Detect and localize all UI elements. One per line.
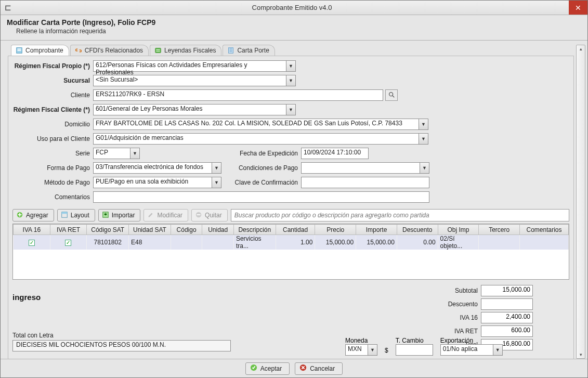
- col-codigo-sat[interactable]: Código SAT: [87, 225, 129, 235]
- chevron-down-icon: ▼: [419, 119, 428, 129]
- chevron-down-icon: ▼: [130, 148, 139, 159]
- forma-pago-combo[interactable]: 03/Transferencia electrónica de fondos▼: [93, 162, 221, 174]
- label-uso-cliente: Uso para el Cliente: [12, 135, 93, 142]
- cell-codigo: [171, 235, 202, 250]
- clave-conf-field[interactable]: [301, 177, 429, 188]
- label-cond-pago: Condiciones de Pago: [221, 164, 301, 172]
- search-cliente-button[interactable]: [385, 89, 398, 101]
- close-button[interactable]: ✕: [569, 1, 587, 15]
- checkbox-icon: ✓: [65, 240, 71, 246]
- col-descripcion[interactable]: Descripción: [233, 225, 276, 235]
- regimen-cliente-combo[interactable]: 601/General de Ley Personas Morales▼: [93, 104, 296, 115]
- domicilio-combo[interactable]: FRAY BARTOLOME DE LAS CASAS No. 202 Col.…: [93, 119, 428, 130]
- cell-comentarios: [520, 235, 569, 250]
- aceptar-button[interactable]: Aceptar: [245, 362, 290, 375]
- col-codigo[interactable]: Código: [171, 225, 202, 235]
- label-subtotal: Subtotal: [237, 287, 481, 294]
- col-iva16[interactable]: IVA 16: [14, 225, 50, 235]
- form-area: Régimen Fiscal Propio (*) 612/Personas F…: [8, 56, 573, 207]
- form-icon: [16, 47, 23, 54]
- tab-cfdis-relacionados[interactable]: CFDI's Relacionados: [70, 45, 149, 56]
- tabstrip: Comprobante CFDI's Relacionados Leyendas…: [8, 45, 574, 56]
- regimen-propio-combo[interactable]: 612/Personas Físicas con Actividades Emp…: [93, 60, 296, 72]
- chevron-down-icon: ▼: [286, 105, 295, 115]
- label-fecha-exp: Fecha de Expedición: [140, 150, 301, 157]
- button-label: Aceptar: [260, 365, 282, 372]
- tab-carta-porte[interactable]: Carta Porte: [223, 45, 275, 56]
- descuento-field: [481, 298, 533, 310]
- edit-icon: [147, 211, 154, 220]
- cliente-field[interactable]: ERS211207RK9 - ERSN: [93, 89, 383, 101]
- cell-ivaret[interactable]: ✓: [50, 235, 87, 250]
- comentarios-field[interactable]: [93, 191, 429, 203]
- ingreso-label: ingreso: [12, 293, 232, 302]
- import-icon: [102, 211, 109, 220]
- label-clave-conf: Clave de Confirmación: [221, 179, 301, 186]
- page-header: Modificar Carta Porte (Ingreso), Folio F…: [1, 15, 587, 41]
- tcambio-field[interactable]: [396, 344, 433, 356]
- col-importe[interactable]: Importe: [356, 225, 397, 235]
- tab-comprobante[interactable]: Comprobante: [11, 45, 69, 56]
- table-row[interactable]: ✓ ✓ 78101802 E48 Servicios tra... 1.00 1…: [14, 235, 569, 250]
- button-label: Layout: [71, 212, 89, 219]
- button-label: Importar: [112, 212, 135, 219]
- sucursal-combo[interactable]: <Sin Sucursal>▼: [93, 75, 296, 86]
- layout-button[interactable]: Layout: [57, 209, 95, 221]
- importar-button[interactable]: Importar: [98, 209, 141, 221]
- combo-value: G01/Adquisición de mercancias: [96, 134, 184, 141]
- cond-pago-combo[interactable]: ▼: [301, 162, 429, 174]
- col-obj-imp[interactable]: Obj Imp: [438, 225, 479, 235]
- label-iva16: IVA 16: [237, 314, 481, 321]
- vertical-scrollbar[interactable]: [576, 45, 585, 359]
- metodo-pago-combo[interactable]: PUE/Pago en una sola exhibición▼: [93, 177, 221, 188]
- product-search-input[interactable]: [231, 209, 569, 221]
- subtotal-field: 15,000.00: [481, 285, 533, 296]
- system-icon: ⊏: [1, 3, 15, 12]
- col-unidad[interactable]: Unidad: [202, 225, 234, 235]
- fecha-exp-field[interactable]: 10/09/2024 17:10:00: [301, 148, 369, 159]
- cancelar-button[interactable]: Cancelar: [295, 362, 343, 375]
- grid-toolbar: Agregar Layout Importar Modificar: [8, 207, 573, 224]
- col-comentarios[interactable]: Comentarios: [520, 225, 569, 235]
- app-window: ⊏ Comprobante Emitido v4.0 ✕ Modificar C…: [0, 0, 588, 378]
- svg-rect-14: [18, 214, 22, 215]
- modificar-button[interactable]: Modificar: [143, 209, 188, 221]
- col-ivaret[interactable]: IVA RET: [50, 225, 87, 235]
- cell-descripcion: Servicios tra...: [233, 235, 276, 250]
- combo-value: 03/Transferencia electrónica de fondos: [96, 163, 203, 171]
- currency-symbol: $: [385, 347, 388, 356]
- dialog-footer: Aceptar Cancelar: [1, 359, 587, 377]
- exportacion-combo[interactable]: 01/No aplica▼: [440, 344, 503, 356]
- quitar-button[interactable]: Quitar: [191, 209, 228, 221]
- uso-cliente-combo[interactable]: G01/Adquisición de mercancias▼: [93, 133, 428, 145]
- cell-tercero: [479, 235, 520, 250]
- ok-icon: [250, 364, 257, 373]
- titlebar: ⊏ Comprobante Emitido v4.0 ✕: [1, 1, 587, 15]
- cancel-icon: [299, 364, 307, 373]
- svg-rect-2: [18, 50, 21, 51]
- agregar-button[interactable]: Agregar: [12, 209, 54, 221]
- label-domicilio: Domicilio: [12, 121, 93, 128]
- col-precio[interactable]: Precio: [315, 225, 356, 235]
- col-unidad-sat[interactable]: Unidad SAT: [129, 225, 171, 235]
- svg-rect-16: [61, 212, 67, 214]
- combo-value: 601/General de Ley Personas Morales: [96, 105, 202, 112]
- label-cliente: Cliente: [12, 92, 93, 99]
- label-metodo-pago: Método de Pago: [12, 179, 93, 186]
- label-moneda: Moneda: [345, 337, 377, 344]
- serie-combo[interactable]: FCP▼: [93, 148, 140, 159]
- items-grid[interactable]: IVA 16 IVA RET Código SAT Unidad SAT Cód…: [12, 224, 569, 280]
- cell-iva16[interactable]: ✓: [14, 235, 50, 250]
- svg-point-10: [389, 92, 393, 96]
- button-label: Agregar: [26, 212, 48, 219]
- chevron-down-icon: ▼: [212, 177, 221, 188]
- col-cantidad[interactable]: Cantidad: [276, 225, 315, 235]
- col-descuento[interactable]: Descuento: [397, 225, 438, 235]
- button-label: Cancelar: [310, 365, 335, 372]
- moneda-combo[interactable]: MXN▼: [345, 344, 377, 356]
- tab-leyendas-fiscales[interactable]: Leyendas Fiscales: [150, 45, 221, 56]
- button-label: Quitar: [205, 212, 222, 219]
- label-sucursal: Sucursal: [12, 77, 93, 84]
- combo-value: 01/No aplica: [443, 345, 478, 353]
- col-tercero[interactable]: Tercero: [479, 225, 520, 235]
